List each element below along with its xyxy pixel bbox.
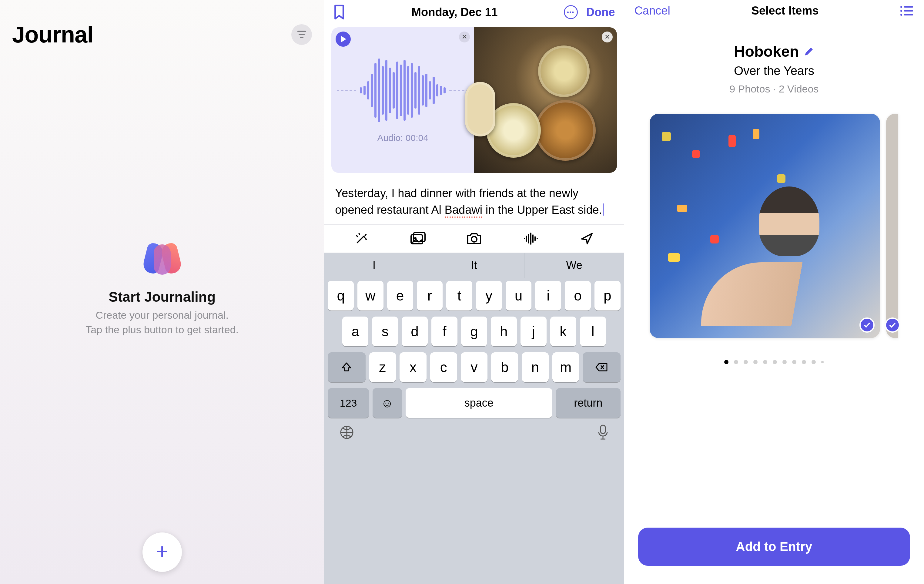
add-to-entry-button[interactable]: Add to Entry xyxy=(638,528,910,566)
svg-point-8 xyxy=(900,10,902,12)
keyboard-footer xyxy=(324,423,624,450)
key-n[interactable]: n xyxy=(522,352,549,382)
svg-point-10 xyxy=(900,14,902,16)
space-key[interactable]: space xyxy=(406,388,552,418)
empty-state-subtitle: Create your personal journal. Tap the pl… xyxy=(86,308,239,337)
shift-key[interactable] xyxy=(328,352,365,382)
key-c[interactable]: c xyxy=(430,352,457,382)
key-t[interactable]: t xyxy=(446,281,472,310)
entry-text-area[interactable]: Yesterday, I had dinner with friends at … xyxy=(324,173,624,224)
key-j[interactable]: j xyxy=(520,317,546,346)
new-entry-button[interactable]: + xyxy=(142,533,182,572)
key-v[interactable]: v xyxy=(461,352,488,382)
select-items-content: Hoboken Over the Years 9 Photos · 2 Vide… xyxy=(624,21,924,364)
key-o[interactable]: o xyxy=(565,281,591,310)
photo-library-button[interactable] xyxy=(409,230,426,247)
key-r[interactable]: r xyxy=(417,281,443,310)
audio-waveform xyxy=(337,57,469,124)
page-dot xyxy=(734,360,738,364)
magic-wand-icon xyxy=(355,232,368,246)
done-button[interactable]: Done xyxy=(586,6,615,19)
page-dot xyxy=(753,360,757,364)
camera-icon xyxy=(466,232,482,245)
selected-check-icon[interactable] xyxy=(860,317,874,333)
emoji-key[interactable]: ☺ xyxy=(373,388,402,418)
collection-title-row: Hoboken xyxy=(734,43,814,60)
suggestion-1[interactable]: I xyxy=(324,253,424,278)
svg-rect-5 xyxy=(601,425,606,434)
edit-title-button[interactable] xyxy=(804,46,814,57)
more-options-button[interactable]: ••• xyxy=(564,5,578,19)
keyboard-row-3: zxcvbnm xyxy=(324,349,624,385)
key-a[interactable]: a xyxy=(342,317,368,346)
backspace-key[interactable] xyxy=(582,352,620,382)
key-q[interactable]: q xyxy=(328,281,354,310)
key-y[interactable]: y xyxy=(476,281,502,310)
photo-carousel[interactable] xyxy=(624,114,924,338)
key-i[interactable]: i xyxy=(535,281,561,310)
text-cursor xyxy=(603,203,604,216)
key-z[interactable]: z xyxy=(369,352,396,382)
return-key[interactable]: return xyxy=(556,388,620,418)
play-button[interactable] xyxy=(336,31,351,47)
key-p[interactable]: p xyxy=(594,281,620,310)
plus-icon: + xyxy=(156,541,168,562)
cancel-button[interactable]: Cancel xyxy=(635,4,670,17)
select-items-pane: Cancel Select Items Hoboken Over the Yea… xyxy=(624,0,924,584)
suggestion-2[interactable]: It xyxy=(424,253,524,278)
key-g[interactable]: g xyxy=(461,317,487,346)
numbers-key[interactable]: 123 xyxy=(328,388,369,418)
key-w[interactable]: w xyxy=(357,281,383,310)
selected-check-icon[interactable] xyxy=(885,317,900,333)
key-d[interactable]: d xyxy=(402,317,428,346)
key-f[interactable]: f xyxy=(431,317,457,346)
svg-rect-9 xyxy=(904,10,913,12)
empty-state-line1: Create your personal journal. xyxy=(96,309,228,321)
key-l[interactable]: l xyxy=(580,317,606,346)
suggestion-3[interactable]: We xyxy=(524,253,624,278)
page-dot xyxy=(812,360,816,364)
key-s[interactable]: s xyxy=(372,317,398,346)
key-e[interactable]: e xyxy=(387,281,413,310)
page-dot xyxy=(773,360,777,364)
audio-wave-icon xyxy=(523,232,538,245)
list-view-button[interactable] xyxy=(900,5,914,16)
page-dot xyxy=(792,360,796,364)
photo-item-2-peek[interactable] xyxy=(886,114,898,338)
remove-audio-button[interactable]: ✕ xyxy=(459,31,470,43)
dictation-mic-icon[interactable] xyxy=(597,424,609,441)
close-icon: ✕ xyxy=(462,33,467,41)
key-m[interactable]: m xyxy=(552,352,579,382)
page-dot-active xyxy=(724,360,728,364)
svg-rect-7 xyxy=(904,6,913,8)
bookmark-icon[interactable] xyxy=(333,4,345,20)
empty-state-heading: Start Journaling xyxy=(109,289,216,305)
photo-attachment[interactable]: ✕ xyxy=(474,27,617,173)
empty-state: Start Journaling Create your personal jo… xyxy=(12,11,312,566)
key-k[interactable]: k xyxy=(550,317,576,346)
select-items-header: Cancel Select Items xyxy=(624,0,924,21)
audio-attachment[interactable]: ✕ Audio: 00:04 xyxy=(331,27,474,173)
ai-suggest-button[interactable] xyxy=(353,230,370,247)
media-attachments: ✕ Audio: 00:04 ✕ xyxy=(331,27,617,173)
emoji-icon: ☺ xyxy=(381,396,393,410)
key-x[interactable]: x xyxy=(399,352,427,382)
globe-icon[interactable] xyxy=(339,425,355,440)
remove-photo-button[interactable]: ✕ xyxy=(602,31,613,43)
key-u[interactable]: u xyxy=(506,281,532,310)
location-button[interactable] xyxy=(578,230,596,247)
editor-header: Monday, Dec 11 ••• Done xyxy=(324,0,624,24)
editor-toolbar xyxy=(324,224,624,253)
shift-icon xyxy=(341,362,352,373)
photo-item-1[interactable] xyxy=(650,114,880,338)
journal-home-pane: Journal Start Journaling Create your per… xyxy=(0,0,324,584)
camera-button[interactable] xyxy=(465,230,483,247)
keyboard: I It We qwertyuiop asdfghjkl zxcvbnm 123… xyxy=(324,253,624,584)
page-dot xyxy=(782,360,787,364)
spelling-flagged-word[interactable]: Badawi xyxy=(445,203,483,218)
key-h[interactable]: h xyxy=(491,317,517,346)
key-b[interactable]: b xyxy=(491,352,518,382)
record-audio-button[interactable] xyxy=(522,230,539,247)
close-icon: ✕ xyxy=(604,33,610,41)
entry-date-title: Monday, Dec 11 xyxy=(411,6,497,19)
